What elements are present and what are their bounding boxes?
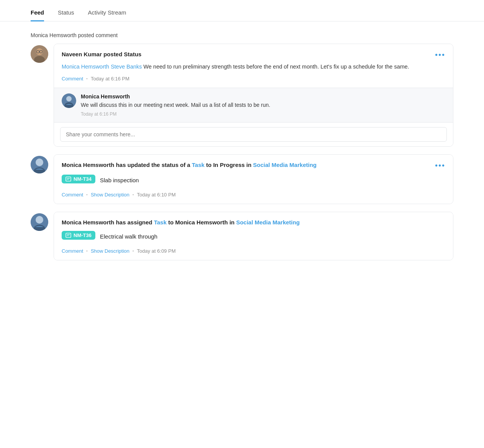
tabs-bar: Feed Status Activity Stream: [0, 0, 484, 21]
feed-row-3: Monica Hemsworth has assigned Task to Mo…: [31, 212, 453, 260]
post-1-footer: Comment • Today at 6:16 PM: [62, 76, 445, 82]
post-1-timestamp: Today at 6:16 PM: [91, 76, 129, 82]
card-main-1: Naveen Kumar posted Status ••• Monica He…: [54, 44, 453, 88]
post-3-project-link[interactable]: Social Media Marketing: [236, 219, 300, 226]
post-3-badge-id: NM-T36: [74, 232, 92, 238]
avatar-naveen: [31, 45, 48, 63]
svg-rect-18: [66, 233, 71, 237]
feed-row-1: Naveen Kumar posted Status ••• Monica He…: [31, 44, 453, 147]
card-main-3: Monica Hemsworth has assigned Task to Mo…: [54, 212, 453, 260]
post-3-footer: Comment • Show Description • Today at 6:…: [62, 248, 445, 254]
section-label: Monica Hemsworth posted comment: [31, 32, 453, 38]
post-2-title: Monica Hemsworth has updated the status …: [62, 162, 317, 168]
post-3-middle: to Monica Hemsworth in: [167, 219, 236, 226]
post-3-task-name: Electrical walk through: [100, 233, 157, 240]
svg-point-16: [36, 216, 43, 224]
post-2-action: has updated the status of a: [114, 162, 192, 168]
post-1-more-icon[interactable]: •••: [435, 51, 445, 59]
comment-author-1: Monica Hemsworth We will discuss this in…: [62, 93, 445, 117]
post-3-show-desc-link[interactable]: Show Description: [91, 248, 129, 254]
card-header-3: Monica Hemsworth has assigned Task to Mo…: [62, 219, 445, 226]
comment-avatar-monica: [62, 93, 76, 108]
comment-input-1[interactable]: [60, 127, 447, 142]
avatar-monica-3: [31, 213, 48, 231]
post-2-badge[interactable]: NM-T34: [62, 175, 95, 183]
post-2-show-desc-link[interactable]: Show Description: [91, 192, 129, 198]
comment-section-1: Monica Hemsworth We will discuss this in…: [54, 88, 453, 122]
comment-text-1: We will discuss this in our meeting next…: [81, 101, 445, 109]
post-2-comment-link[interactable]: Comment: [62, 192, 83, 198]
comment-name-1: Monica Hemsworth: [81, 93, 445, 100]
svg-point-7: [66, 96, 72, 101]
post-3-author: Monica Hemsworth: [62, 219, 114, 226]
svg-point-10: [36, 159, 43, 166]
task-badge-icon: [65, 176, 71, 182]
tab-feed[interactable]: Feed: [31, 9, 44, 21]
post-1-body: Monica Hemsworth Steve Banks We need to …: [62, 62, 445, 71]
post-2-task-link[interactable]: Task: [192, 162, 204, 168]
post-3-task-link[interactable]: Task: [154, 219, 167, 226]
avatar-monica-2: [31, 156, 48, 173]
tab-activity-stream[interactable]: Activity Stream: [88, 9, 126, 21]
post-2-middle: to In Progress in: [204, 162, 253, 168]
feed-row-2: Monica Hemsworth has updated the status …: [31, 154, 453, 204]
card-3: Monica Hemsworth has assigned Task to Mo…: [54, 212, 453, 260]
post-3-task-row: NM-T36 Electrical walk through: [62, 229, 445, 244]
comment-time-1: Today at 6:16 PM: [81, 111, 445, 117]
post-2-timestamp: Today at 6:10 PM: [137, 192, 176, 198]
post-3-title: Monica Hemsworth has assigned Task to Mo…: [62, 219, 300, 226]
svg-rect-12: [66, 177, 71, 181]
card-header-2: Monica Hemsworth has updated the status …: [62, 162, 445, 169]
post-2-task-name: Slab inspection: [100, 177, 139, 183]
post-3-timestamp: Today at 6:09 PM: [137, 248, 176, 254]
post-1-comment-link[interactable]: Comment: [62, 76, 83, 82]
post-3-action: has assigned: [114, 219, 154, 226]
post-3-comment-link[interactable]: Comment: [62, 248, 83, 254]
post-3-badge[interactable]: NM-T36: [62, 231, 95, 240]
post-2-task-row: NM-T34 Slab inspection: [62, 173, 445, 187]
task-badge-icon-3: [65, 232, 71, 238]
card-header-1: Naveen Kumar posted Status •••: [62, 51, 445, 59]
post-2-footer: Comment • Show Description • Today at 6:…: [62, 192, 445, 198]
card-main-2: Monica Hemsworth has updated the status …: [54, 155, 453, 204]
post-2-project-link[interactable]: Social Media Marketing: [253, 162, 317, 168]
post-1-title: Naveen Kumar posted Status: [62, 51, 141, 57]
tab-status[interactable]: Status: [58, 9, 74, 21]
mention-monica[interactable]: Monica Hemsworth: [62, 64, 109, 70]
main-content: Monica Hemsworth posted comment Naveen K…: [0, 21, 484, 279]
comment-content-1: Monica Hemsworth We will discuss this in…: [81, 93, 445, 117]
post-2-badge-id: NM-T34: [74, 176, 92, 182]
comment-input-section-1: [54, 122, 453, 146]
post-2-more-icon[interactable]: •••: [435, 162, 445, 169]
card-1: Naveen Kumar posted Status ••• Monica He…: [54, 44, 453, 147]
post-2-author: Monica Hemsworth: [62, 162, 114, 168]
card-2: Monica Hemsworth has updated the status …: [54, 154, 453, 204]
mention-steve[interactable]: Steve Banks: [111, 64, 142, 70]
